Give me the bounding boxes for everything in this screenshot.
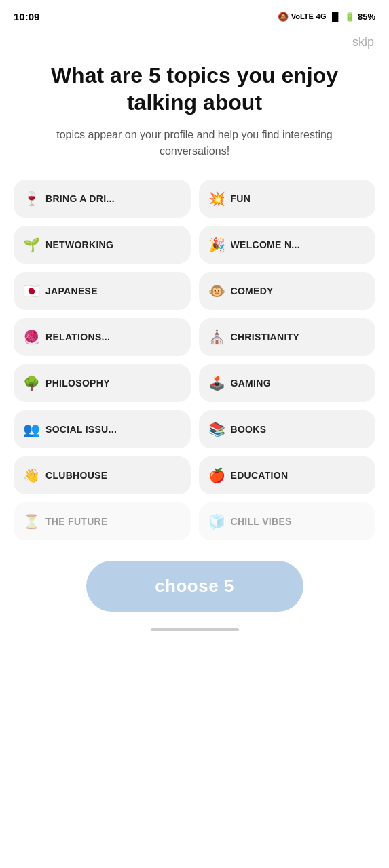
topic-relationships[interactable]: 🧶RELATIONS... [14,318,191,356]
choose-button-row: choose 5 [0,554,389,628]
bring-a-drink-emoji: 🍷 [23,191,40,207]
gaming-label: GAMING [231,378,271,389]
skip-button[interactable]: skip [352,35,374,50]
networking-emoji: 🌱 [23,237,40,253]
topic-education[interactable]: 🍎EDUCATION [199,456,376,494]
the-future-label: THE FUTURE [45,516,108,527]
philosophy-emoji: 🌳 [23,375,40,391]
education-label: EDUCATION [231,470,289,481]
fun-label: FUN [231,193,251,204]
topics-grid: 🍷BRING A DRI...💥FUN🌱NETWORKING🎉WELCOME N… [0,159,389,554]
topic-chill-vibes[interactable]: 🧊CHILL VIBES [199,502,376,540]
topic-networking[interactable]: 🌱NETWORKING [14,226,191,264]
network-icon: 4G [316,12,327,20]
topic-comedy[interactable]: 🐵COMEDY [199,272,376,310]
topic-philosophy[interactable]: 🌳PHILOSOPHY [14,364,191,402]
fun-emoji: 💥 [208,191,225,207]
topic-social-issues[interactable]: 👥SOCIAL ISSU... [14,410,191,448]
home-bar [151,628,239,631]
chill-vibes-emoji: 🧊 [208,513,225,530]
topic-bring-a-drink[interactable]: 🍷BRING A DRI... [14,180,191,218]
status-icons: 🔕 VoLTE 4G ▐▌ 🔋 85% [278,12,375,22]
topic-books[interactable]: 📚BOOKS [199,410,376,448]
bring-a-drink-label: BRING A DRI... [45,193,115,204]
topic-japanese[interactable]: 🇯🇵JAPANESE [14,272,191,310]
status-time: 10:09 [14,11,39,22]
christianity-emoji: ⛪ [208,329,225,345]
philosophy-label: PHILOSOPHY [45,378,110,389]
home-indicator [0,628,389,639]
signal-bars: ▐▌ [329,12,341,22]
japanese-label: JAPANESE [45,285,98,296]
social-issues-emoji: 👥 [23,421,40,437]
signal-text: VoLTE [291,12,314,20]
japanese-emoji: 🇯🇵 [23,283,40,299]
battery-pct: 85% [358,12,375,22]
chill-vibes-label: CHILL VIBES [231,516,292,527]
page-subtitle: topics appear on your profile and help y… [20,127,369,159]
gaming-emoji: 🕹️ [208,375,225,391]
social-issues-label: SOCIAL ISSU... [45,424,117,435]
clubhouse-label: CLUBHOUSE [45,470,107,481]
christianity-label: CHRISTIANITY [231,332,300,342]
comedy-label: COMEDY [231,285,274,296]
topic-gaming[interactable]: 🕹️GAMING [199,364,376,402]
networking-label: NETWORKING [45,239,113,250]
books-emoji: 📚 [208,421,225,437]
welcome-new-emoji: 🎉 [208,237,225,253]
topic-the-future[interactable]: ⏳THE FUTURE [14,502,191,540]
welcome-new-label: WELCOME N... [231,239,300,250]
the-future-emoji: ⏳ [23,513,40,530]
choose-button[interactable]: choose 5 [86,561,303,612]
topic-fun[interactable]: 💥FUN [199,180,376,218]
status-bar: 10:09 🔕 VoLTE 4G ▐▌ 🔋 85% [0,0,389,30]
skip-row: skip [0,30,389,55]
relationships-label: RELATIONS... [45,332,110,342]
header-section: What are 5 topics you enjoy talking abou… [0,55,389,159]
relationships-emoji: 🧶 [23,329,40,345]
comedy-emoji: 🐵 [208,283,225,299]
clubhouse-emoji: 👋 [23,467,40,484]
topic-christianity[interactable]: ⛪CHRISTIANITY [199,318,376,356]
books-label: BOOKS [231,424,267,435]
page-title: What are 5 topics you enjoy talking abou… [20,62,369,116]
battery-icon: 🔋 [344,12,355,22]
topic-welcome-new[interactable]: 🎉WELCOME N... [199,226,376,264]
education-emoji: 🍎 [208,467,225,484]
topic-clubhouse[interactable]: 👋CLUBHOUSE [14,456,191,494]
mute-icon: 🔕 [278,12,289,22]
